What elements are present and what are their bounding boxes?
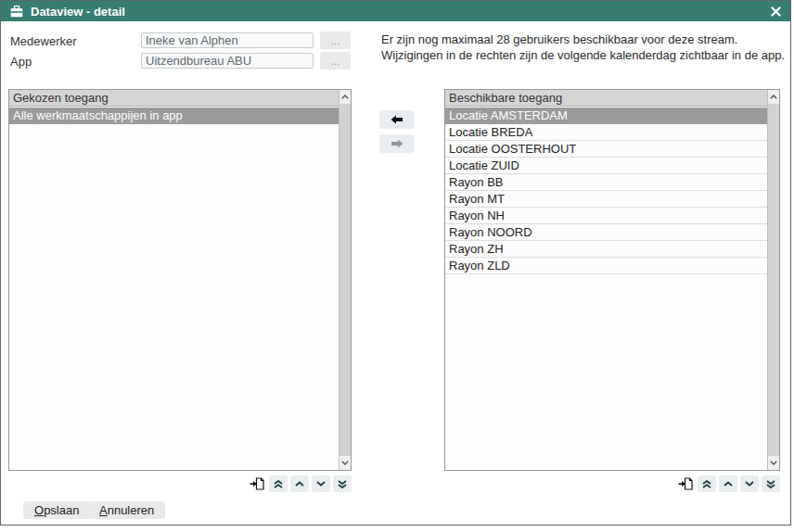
list-item[interactable]: Locatie BREDA — [445, 124, 767, 141]
close-icon[interactable] — [771, 6, 781, 17]
vertical-scrollbar[interactable] — [339, 90, 351, 470]
arrow-right-icon — [391, 139, 403, 148]
available-list-toolbar — [444, 475, 780, 492]
move-bottom-icon[interactable] — [333, 475, 352, 492]
save-button[interactable]: Opslaan — [23, 501, 90, 519]
available-access-header: Beschikbare toegang — [445, 90, 767, 107]
cancel-button[interactable]: Annuleren — [88, 501, 165, 519]
list-item[interactable]: Locatie ZUID — [445, 158, 767, 174]
medewerker-browse-button[interactable]: ... — [320, 32, 351, 49]
list-item[interactable]: Rayon BB — [445, 174, 767, 191]
goto-record-icon[interactable] — [676, 475, 695, 492]
medewerker-label: Medewerker — [10, 34, 77, 48]
app-browse-button[interactable]: ... — [320, 52, 351, 70]
arrow-left-icon — [391, 115, 403, 124]
move-right-button[interactable] — [379, 134, 414, 153]
chosen-list-toolbar — [8, 475, 352, 492]
scroll-up-icon[interactable] — [768, 90, 779, 104]
scroll-down-icon[interactable] — [339, 456, 351, 470]
move-down-icon[interactable] — [740, 475, 759, 492]
medewerker-field[interactable] — [141, 32, 314, 48]
list-item[interactable]: Rayon ZLD — [445, 258, 767, 274]
chosen-access-listbox: Gekozen toegang Alle werkmaatschappijen … — [8, 89, 352, 471]
list-item[interactable]: Rayon ZH — [445, 241, 767, 258]
info-line-1: Er zijn nog maximaal 28 gebruikers besch… — [381, 32, 785, 47]
vertical-scrollbar[interactable] — [767, 90, 779, 470]
move-top-icon[interactable] — [269, 475, 288, 492]
title-bar: Dataview - detail — [1, 1, 790, 21]
dataview-detail-dialog: Dataview - detail Medewerker ... App ...… — [0, 0, 791, 526]
chosen-access-header: Gekozen toegang — [9, 90, 339, 107]
move-down-icon[interactable] — [312, 475, 330, 492]
dialog-title: Dataview - detail — [31, 5, 125, 19]
list-item[interactable]: Rayon NH — [445, 208, 767, 224]
scroll-down-icon[interactable] — [768, 456, 779, 470]
move-left-button[interactable] — [379, 110, 414, 129]
scroll-up-icon[interactable] — [339, 90, 351, 104]
info-text: Er zijn nog maximaal 28 gebruikers besch… — [381, 32, 785, 63]
info-line-2: Wijzigingen in de rechten zijn de volgen… — [381, 47, 785, 63]
list-item[interactable]: Rayon NOORD — [445, 224, 767, 241]
goto-record-icon[interactable] — [248, 475, 266, 492]
move-bottom-icon[interactable] — [762, 475, 780, 492]
list-item[interactable]: Alle werkmaatschappijen in app — [9, 108, 339, 124]
list-item[interactable]: Locatie OOSTERHOUT — [445, 141, 767, 158]
available-access-rows: Locatie AMSTERDAMLocatie BREDALocatie OO… — [445, 108, 767, 470]
chosen-access-rows: Alle werkmaatschappijen in app — [9, 108, 339, 470]
toolbox-icon — [10, 6, 23, 18]
list-item[interactable]: Locatie AMSTERDAM — [445, 108, 767, 124]
move-up-icon[interactable] — [290, 475, 309, 492]
move-up-icon[interactable] — [719, 475, 737, 492]
list-item[interactable]: Rayon MT — [445, 191, 767, 208]
move-top-icon[interactable] — [698, 475, 716, 492]
app-label: App — [10, 55, 32, 69]
app-field[interactable] — [141, 53, 314, 69]
available-access-listbox: Beschikbare toegang Locatie AMSTERDAMLoc… — [444, 89, 780, 471]
screen: Dataview - detail Medewerker ... App ...… — [0, 0, 794, 532]
